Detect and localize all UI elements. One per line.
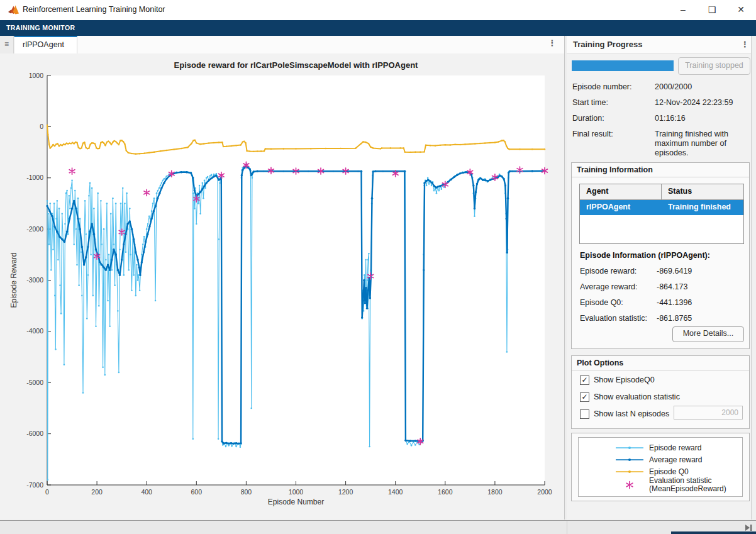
plot-panel-menu-icon[interactable]: ⋮: [547, 38, 558, 51]
tab-rlppoagent[interactable]: rlPPOAgent: [14, 36, 77, 53]
svg-text:Episode reward for rlCartPoleS: Episode reward for rlCartPoleSimscapeMod…: [174, 60, 419, 70]
show-evaluation-statistic-checkbox[interactable]: ✓: [580, 392, 589, 402]
training-figure: 10000-1000-2000-3000-4000-5000-6000-7000…: [0, 53, 564, 519]
title-bar: Reinforcement Learning Training Monitor …: [0, 0, 756, 20]
start-time-value: 12-Nov-2024 22:23:59: [655, 98, 749, 108]
toolstrip: TRAINING MONITOR: [0, 20, 756, 36]
status-column-header: Status: [668, 187, 692, 196]
line-marker-icon: [615, 443, 644, 453]
svg-text:-3000: -3000: [26, 276, 43, 284]
episode-information-title: Episode Information (rlPPOAgent):: [580, 251, 710, 260]
svg-text:0: 0: [40, 123, 43, 130]
episode-number-value: 2000/2000: [655, 82, 749, 92]
close-button[interactable]: ✕: [726, 0, 755, 20]
legend-label: Episode Q0: [649, 468, 689, 476]
agent-column-header: Agent: [586, 187, 608, 196]
status-cell: Training finished: [668, 203, 731, 211]
training-plot: 10000-1000-2000-3000-4000-5000-6000-7000…: [0, 53, 564, 519]
svg-text:Episode Reward: Episode Reward: [9, 252, 18, 308]
right-gutter: [751, 36, 756, 520]
plot-options-title: Plot Options: [577, 359, 623, 367]
legend-item: Evaluation statistic(MeanEpisodeReward): [615, 477, 726, 493]
svg-text:2000: 2000: [537, 488, 552, 496]
progress-panel-menu-icon[interactable]: ⋮: [741, 40, 749, 49]
legend-item: Episode reward: [615, 443, 701, 453]
episode-q0-value: -441.1396: [657, 298, 692, 307]
status-bar: [0, 520, 756, 534]
bottom-accent-strip: [671, 531, 756, 534]
svg-text:1000: 1000: [289, 488, 304, 496]
svg-text:0: 0: [45, 488, 49, 496]
svg-text:1400: 1400: [388, 488, 403, 496]
toolstrip-tab-training-monitor[interactable]: TRAINING MONITOR: [6, 24, 75, 31]
training-stopped-button[interactable]: Training stopped: [678, 57, 750, 75]
tab-bar: ≡ rlPPOAgent ⋮: [0, 36, 564, 54]
svg-text:800: 800: [241, 488, 252, 496]
column-divider: [661, 184, 662, 199]
svg-text:-7000: -7000: [26, 481, 43, 489]
agent-status-table: Agent Status rlPPOAgent Training finishe…: [579, 184, 744, 244]
svg-text:-5000: -5000: [26, 379, 43, 386]
show-evaluation-statistic-label: Show evaluation statistic: [594, 392, 680, 401]
final-result-value: Training finished with maximum number of…: [655, 130, 749, 158]
expand-panel-icon[interactable]: [744, 523, 753, 532]
svg-text:1800: 1800: [487, 488, 503, 496]
matlab-logo-icon: [8, 4, 19, 16]
training-progress-panel: Training Progress ⋮ Training stopped Epi…: [567, 36, 751, 520]
minimize-button[interactable]: –: [669, 0, 698, 20]
window-title: Reinforcement Learning Training Monitor: [23, 5, 165, 14]
svg-text:-1000: -1000: [26, 174, 43, 181]
maximize-button[interactable]: ❑: [698, 0, 726, 20]
legend-label: Episode reward: [649, 444, 701, 452]
legend-item: Average reward: [615, 455, 703, 465]
table-row-rlppoagent[interactable]: rlPPOAgent Training finished: [580, 200, 743, 215]
svg-text:400: 400: [141, 488, 152, 496]
divider: [572, 370, 749, 370]
svg-text:-2000: -2000: [26, 225, 43, 233]
start-time-label: Start time:: [572, 98, 608, 107]
average-reward-label: Average reward:: [580, 282, 638, 291]
episode-reward-value: -869.6419: [657, 267, 692, 275]
training-progress-bar: [572, 60, 674, 71]
duration-label: Duration:: [572, 114, 604, 123]
show-last-n-episodes-label: Show last N episodes: [594, 409, 669, 418]
svg-text:Episode Number: Episode Number: [268, 498, 324, 506]
legend-label: Average reward: [649, 456, 703, 464]
show-last-n-episodes-checkbox[interactable]: [580, 409, 589, 419]
plot-options-section: Plot Options ✓ Show EpisodeQ0 ✓ Show eva…: [571, 355, 750, 429]
panel-header: Training Progress ⋮: [567, 36, 751, 54]
line-marker-icon: [615, 467, 644, 477]
agent-cell: rlPPOAgent: [586, 203, 630, 211]
panel-title: Training Progress: [573, 40, 643, 49]
document-panel: ≡ rlPPOAgent ⋮ 10000-1000-2000-3000-4000…: [0, 36, 565, 520]
svg-text:-6000: -6000: [26, 430, 43, 437]
svg-text:1600: 1600: [438, 488, 453, 496]
evaluation-statistic-label: Evaluation statistic:: [580, 314, 647, 323]
training-information-title: Training Information: [577, 165, 653, 174]
divider: [572, 177, 749, 177]
svg-text:1000: 1000: [29, 72, 44, 79]
more-details-button[interactable]: More Details...: [672, 326, 744, 342]
evaluation-statistic-value: -861.8765: [657, 314, 692, 323]
training-information-section: Training Information Agent Status rlPPOA…: [571, 162, 750, 349]
duration-value: 01:16:16: [655, 114, 749, 123]
final-result-label: Final result:: [572, 130, 613, 138]
episode-q0-label: Episode Q0:: [580, 298, 623, 307]
show-episodeq0-checkbox[interactable]: ✓: [580, 375, 589, 385]
last-n-episodes-input[interactable]: [674, 406, 743, 420]
app-window: Reinforcement Learning Training Monitor …: [0, 0, 756, 534]
svg-text:200: 200: [91, 488, 103, 496]
episode-number-label: Episode number:: [572, 82, 632, 91]
svg-text:600: 600: [191, 488, 203, 496]
line-marker-icon: [615, 455, 644, 465]
tab-list-icon[interactable]: ≡: [0, 36, 14, 53]
asterisk-marker-icon: [615, 480, 644, 490]
legend-box: Episode rewardAverage rewardEpisode Q0Ev…: [578, 437, 743, 497]
legend-label: Evaluation statistic(MeanEpisodeReward): [649, 477, 726, 493]
episode-reward-label: Episode reward:: [580, 267, 636, 275]
svg-text:-4000: -4000: [26, 327, 43, 335]
average-reward-value: -864.173: [657, 282, 687, 291]
table-header-row: Agent Status: [580, 184, 743, 200]
svg-text:1200: 1200: [338, 488, 353, 496]
status-bar-divider: [567, 521, 567, 534]
